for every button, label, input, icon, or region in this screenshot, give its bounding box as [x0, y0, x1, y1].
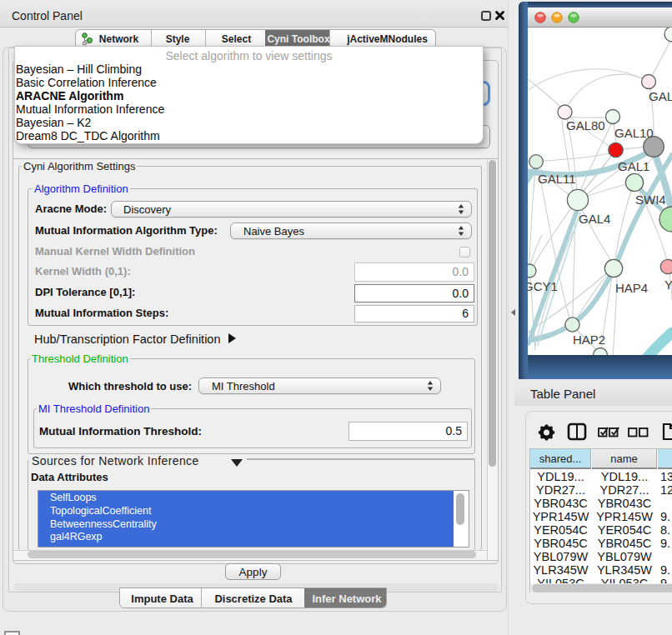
svg-text:GAL11: GAL11 [538, 172, 576, 186]
svg-text:GCY1: GCY1 [528, 279, 558, 293]
svg-text:GAL80: GAL80 [566, 118, 605, 132]
svg-text:GAL4: GAL4 [579, 212, 610, 226]
svg-text:GAL1: GAL1 [618, 159, 649, 173]
svg-text:GAL10: GAL10 [614, 126, 654, 140]
svg-text:SWI4: SWI4 [635, 192, 666, 207]
svg-text:YE: YE [664, 278, 672, 292]
svg-text:HAP2: HAP2 [573, 332, 605, 347]
svg-text:HAP4: HAP4 [615, 281, 648, 295]
svg-text:GAL7: GAL7 [649, 89, 672, 103]
